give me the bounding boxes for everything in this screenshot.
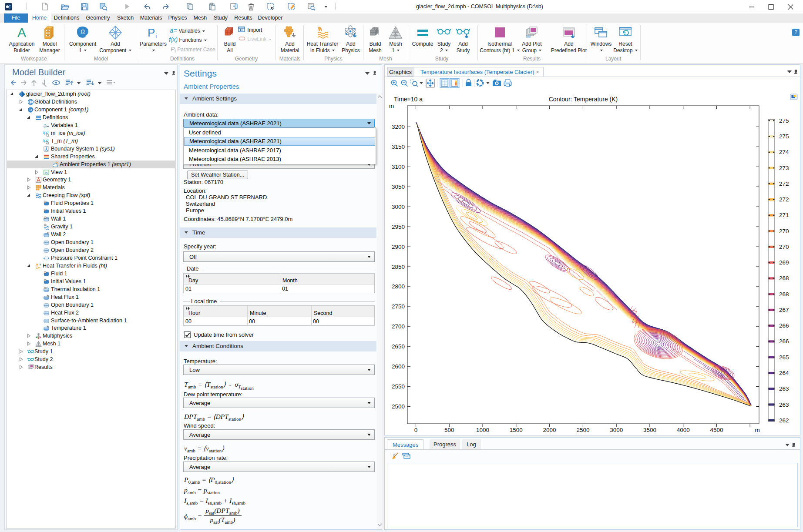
svg-text:263: 263	[779, 402, 789, 408]
svg-text:2750: 2750	[392, 303, 405, 310]
svg-text:271: 271	[779, 212, 789, 218]
svg-text:D: D	[44, 217, 46, 219]
svg-text:272: 272	[779, 181, 789, 187]
svg-text:2950: 2950	[392, 224, 405, 230]
svg-text:D: D	[44, 224, 46, 226]
svg-text:Time=10 a: Time=10 a	[394, 96, 423, 103]
svg-text:Contour: Temperature (K): Contour: Temperature (K)	[549, 96, 618, 103]
svg-text:D: D	[44, 271, 46, 274]
svg-text:Ω: Ω	[30, 108, 32, 112]
svg-text:3000: 3000	[610, 427, 623, 433]
svg-text:1500: 1500	[510, 427, 523, 433]
svg-text:f(x): f(x)	[43, 130, 48, 135]
svg-text:P: P	[148, 26, 155, 39]
svg-text:D: D	[44, 279, 46, 281]
svg-text:2900: 2900	[392, 244, 405, 250]
svg-text:2500: 2500	[576, 427, 589, 433]
svg-text:3150: 3150	[392, 144, 405, 150]
svg-text:3100: 3100	[392, 164, 405, 170]
svg-text:2800: 2800	[392, 283, 405, 290]
svg-text:263: 263	[779, 385, 789, 392]
svg-text:267: 267	[779, 307, 789, 313]
svg-text:269: 269	[779, 259, 789, 266]
svg-text:i: i	[155, 32, 157, 40]
svg-text:270: 270	[779, 244, 789, 250]
svg-text:2650: 2650	[392, 343, 405, 350]
svg-text:f(x): f(x)	[43, 138, 48, 143]
svg-text:A: A	[17, 25, 26, 40]
svg-text:275: 275	[779, 133, 789, 140]
svg-text:266: 266	[779, 322, 789, 329]
svg-text:4500: 4500	[710, 427, 723, 433]
svg-text:270: 270	[779, 228, 789, 234]
svg-text:266: 266	[779, 338, 789, 345]
svg-text:D: D	[44, 209, 46, 211]
svg-text:3050: 3050	[392, 184, 405, 190]
svg-text:2700: 2700	[392, 323, 405, 330]
svg-text:3200: 3200	[392, 124, 405, 130]
svg-text:268: 268	[779, 275, 789, 281]
svg-text:=: =	[47, 124, 49, 128]
svg-text:m: m	[755, 427, 759, 433]
svg-text:268: 268	[779, 291, 789, 298]
svg-text:262: 262	[779, 417, 789, 424]
svg-text:2500: 2500	[392, 403, 405, 410]
svg-text:Ω: Ω	[81, 28, 85, 35]
svg-text:m: m	[389, 103, 394, 109]
svg-text:265: 265	[779, 354, 789, 361]
svg-text:2600: 2600	[392, 363, 405, 370]
svg-text:xy: xy	[44, 171, 49, 175]
svg-text:1000: 1000	[476, 427, 489, 433]
svg-text:274: 274	[779, 149, 789, 155]
svg-text:275: 275	[779, 117, 789, 124]
svg-text:272: 272	[779, 196, 789, 203]
svg-text:D: D	[44, 201, 46, 203]
svg-text:2000: 2000	[543, 427, 556, 433]
svg-text:2550: 2550	[392, 383, 405, 390]
svg-text:500: 500	[444, 427, 454, 433]
svg-text:273: 273	[779, 165, 789, 171]
svg-text:3000: 3000	[392, 204, 405, 210]
svg-text:2850: 2850	[392, 264, 405, 270]
svg-text:0: 0	[414, 427, 418, 433]
svg-text:3500: 3500	[643, 427, 656, 433]
svg-text:D: D	[44, 287, 46, 289]
svg-text:264: 264	[779, 370, 789, 376]
svg-text:4000: 4000	[677, 427, 690, 433]
